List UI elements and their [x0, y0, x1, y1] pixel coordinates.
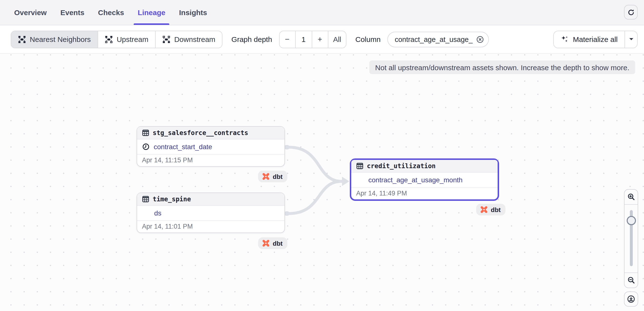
- dbt-badge: dbt: [258, 171, 287, 182]
- node-column-contract-age-at-usage-month[interactable]: contract_age_at_usage_month: [351, 173, 498, 187]
- dbt-badge-label: dbt: [273, 173, 282, 180]
- node-credit-utilization[interactable]: credit_utilization contract_age_at_usage…: [350, 158, 499, 201]
- dbt-logo-icon: [262, 239, 270, 247]
- sparkles-icon: [561, 35, 569, 43]
- column-name: ds: [154, 209, 162, 217]
- node-title: credit_utilization: [367, 162, 436, 170]
- refresh-button[interactable]: [624, 5, 638, 19]
- dbt-badge: dbt: [476, 204, 506, 216]
- center-view-button[interactable]: [624, 292, 638, 307]
- table-icon: [356, 162, 364, 170]
- node-time-spine[interactable]: time_spine ds Apr 14, 11:01 PM: [136, 193, 285, 233]
- zoom-panel: [624, 189, 638, 288]
- column-name: contract_start_date: [154, 143, 212, 151]
- view-mode-nearest-neighbors[interactable]: Nearest Neighbors: [11, 31, 98, 47]
- clear-column-filter-icon[interactable]: [476, 35, 484, 43]
- view-mode-label: Nearest Neighbors: [30, 35, 91, 43]
- tab-checks[interactable]: Checks: [95, 0, 127, 25]
- zoom-in-button[interactable]: [624, 190, 638, 205]
- depth-all-button[interactable]: All: [328, 31, 346, 47]
- table-icon: [142, 129, 149, 136]
- view-mode-group: Nearest Neighbors Upstream: [11, 30, 223, 48]
- center-view-icon: [627, 295, 635, 303]
- lineage-toolbar: Nearest Neighbors Upstream: [0, 25, 644, 54]
- zoom-out-button[interactable]: [624, 273, 638, 288]
- depth-value: 1: [296, 31, 312, 47]
- dbt-badge-label: dbt: [491, 206, 500, 213]
- clock-icon: [142, 143, 150, 151]
- node-title: stg_salesforce__contracts: [153, 129, 248, 136]
- node-stg-salesforce-contracts[interactable]: stg_salesforce__contracts contract_start…: [136, 126, 285, 167]
- zoom-slider-knob[interactable]: [626, 216, 636, 225]
- dbt-badge-label: dbt: [273, 240, 282, 247]
- zoom-out-icon: [627, 276, 635, 284]
- refresh-icon: [627, 8, 634, 16]
- node-title: time_spine: [153, 196, 191, 203]
- dbt-badge: dbt: [258, 237, 287, 249]
- materialize-all-label: Materialize all: [573, 35, 618, 43]
- node-column-ds[interactable]: ds: [137, 206, 284, 220]
- depth-decrease-button[interactable]: −: [279, 31, 296, 47]
- depth-warning-banner: Not all upstream/downstream assets shown…: [369, 60, 635, 74]
- dbt-logo-icon: [480, 206, 488, 214]
- zoom-slider: [624, 205, 638, 273]
- view-mode-label: Downstream: [174, 35, 215, 43]
- column-filter-value: contract_age_at_usage_: [395, 35, 472, 43]
- zoom-in-icon: [627, 193, 635, 201]
- materialize-all-button[interactable]: Materialize all: [554, 31, 624, 47]
- node-timestamp: Apr 14, 11:15 PM: [137, 154, 284, 166]
- tab-bar: Overview Events Checks Lineage Insights: [11, 0, 210, 25]
- column-filter-chip[interactable]: contract_age_at_usage_: [388, 31, 488, 47]
- lineage-page: Overview Events Checks Lineage Insights: [0, 0, 644, 311]
- lineage-edges: [0, 54, 644, 311]
- node-header: time_spine: [137, 193, 284, 206]
- lineage-canvas[interactable]: Not all upstream/downstream assets shown…: [0, 54, 644, 311]
- upstream-icon: [105, 35, 113, 43]
- nearest-neighbors-icon: [18, 35, 26, 43]
- view-mode-label: Upstream: [116, 35, 148, 43]
- tab-events[interactable]: Events: [57, 0, 87, 25]
- depth-increase-button[interactable]: +: [312, 31, 328, 47]
- column-name: contract_age_at_usage_month: [368, 176, 462, 184]
- top-navbar: Overview Events Checks Lineage Insights: [0, 0, 644, 25]
- materialize-dropdown-button[interactable]: [624, 31, 637, 47]
- chevron-down-icon: [629, 37, 634, 41]
- downstream-icon: [162, 35, 170, 43]
- node-header: credit_utilization: [351, 160, 498, 173]
- graph-depth-stepper: − 1 + All: [279, 30, 346, 48]
- graph-depth-label: Graph depth: [232, 35, 272, 43]
- tab-overview[interactable]: Overview: [11, 0, 50, 25]
- dbt-logo-icon: [262, 173, 270, 180]
- tab-lineage[interactable]: Lineage: [135, 0, 168, 25]
- materialize-split-button: Materialize all: [554, 30, 638, 48]
- view-mode-upstream[interactable]: Upstream: [98, 31, 156, 47]
- node-timestamp: Apr 14, 11:49 PM: [351, 187, 498, 199]
- node-column-contract-start-date[interactable]: contract_start_date: [137, 139, 284, 154]
- node-header: stg_salesforce__contracts: [137, 127, 284, 139]
- tab-insights[interactable]: Insights: [176, 0, 210, 25]
- table-icon: [142, 196, 149, 203]
- column-filter-label: Column: [356, 35, 380, 43]
- node-timestamp: Apr 14, 11:01 PM: [137, 220, 284, 233]
- view-mode-downstream[interactable]: Downstream: [156, 31, 222, 47]
